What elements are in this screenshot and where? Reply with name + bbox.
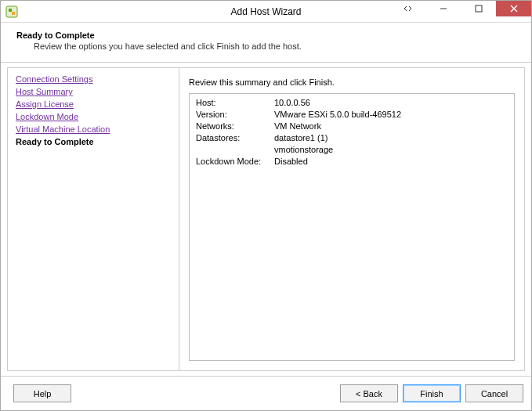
steps-panel: Connection Settings Host Summary Assign … (7, 67, 179, 371)
summary-row-datastores-2: vmotionstorage (196, 144, 508, 156)
svg-rect-2 (12, 12, 15, 15)
app-icon (5, 5, 18, 18)
step-host-summary[interactable]: Host Summary (16, 85, 171, 98)
close-button[interactable] (496, 1, 531, 16)
restore-icon[interactable] (390, 1, 425, 16)
summary-label: Host: (196, 97, 274, 109)
wizard-footer: Help < Back Finish Cancel (1, 376, 531, 410)
header-subtitle: Review the options you have selected and… (34, 41, 516, 51)
window-controls (390, 1, 531, 22)
summary-label: Lockdown Mode: (196, 156, 274, 168)
step-current: Ready to Complete (16, 135, 171, 148)
summary-row-host: Host: 10.0.0.56 (196, 97, 508, 109)
summary-label: Networks: (196, 121, 274, 132)
maximize-button[interactable] (461, 1, 496, 16)
help-button[interactable]: Help (13, 384, 71, 402)
summary-label: Datastores: (196, 132, 274, 144)
step-assign-license[interactable]: Assign License (16, 98, 171, 110)
cancel-button[interactable]: Cancel (465, 384, 523, 402)
summary-row-networks: Networks: VM Network (196, 121, 508, 132)
summary-value: VMware ESXi 5.0.0 build-469512 (274, 109, 508, 121)
titlebar: Add Host Wizard (1, 1, 531, 23)
summary-value: vmotionstorage (274, 144, 508, 156)
step-connection-settings[interactable]: Connection Settings (16, 73, 171, 85)
summary-label: Version: (196, 109, 274, 121)
content-panel: Review this summary and click Finish. Ho… (179, 67, 525, 371)
step-lockdown-mode[interactable]: Lockdown Mode (16, 110, 171, 123)
summary-label (196, 144, 274, 156)
summary-value: VM Network (274, 121, 508, 132)
summary-row-version: Version: VMware ESXi 5.0.0 build-469512 (196, 109, 508, 121)
minimize-button[interactable] (425, 1, 461, 16)
header-title: Ready to Complete (16, 31, 516, 40)
step-vm-location[interactable]: Virtual Machine Location (16, 123, 171, 135)
wizard-header: Ready to Complete Review the options you… (1, 23, 531, 63)
instruction-text: Review this summary and click Finish. (189, 78, 515, 87)
back-button[interactable]: < Back (340, 384, 398, 402)
svg-rect-1 (9, 9, 12, 12)
summary-value: Disabled (274, 156, 508, 168)
wizard-body: Connection Settings Host Summary Assign … (1, 63, 531, 376)
summary-row-datastores: Datastores: datastore1 (1) (196, 132, 508, 144)
wizard-window: Add Host Wizard Ready to Complete Review… (0, 0, 532, 411)
summary-value: 10.0.0.56 (274, 97, 508, 109)
svg-rect-4 (476, 5, 482, 12)
summary-box: Host: 10.0.0.56 Version: VMware ESXi 5.0… (189, 93, 515, 361)
summary-row-lockdown: Lockdown Mode: Disabled (196, 156, 508, 168)
finish-button[interactable]: Finish (403, 384, 461, 402)
summary-value: datastore1 (1) (274, 132, 508, 144)
